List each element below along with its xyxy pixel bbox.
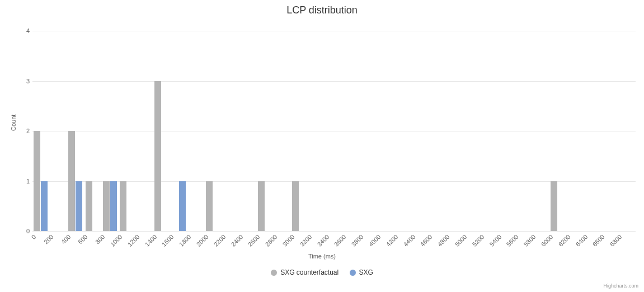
x-tick-label: 4600	[417, 233, 434, 250]
y-tick-label: 0	[7, 228, 30, 234]
legend-label: SXG	[359, 269, 373, 276]
x-tick-label: 5400	[486, 233, 502, 250]
x-tick-label: 6600	[589, 233, 606, 250]
y-tick-label: 1	[7, 178, 30, 185]
x-tick-label: 3400	[313, 233, 330, 250]
x-tick-label: 4800	[434, 233, 451, 250]
lcp-distribution-chart: LCP distribution Count Time (ms) 01234 0…	[0, 0, 644, 292]
x-tick-label: 1200	[124, 233, 141, 250]
bar-counterfactual[interactable]	[34, 131, 40, 231]
x-tick-label: 0	[21, 233, 37, 250]
y-tick-label: 4	[7, 27, 30, 34]
bar-counterfactual[interactable]	[154, 81, 161, 232]
x-tick-label: 2600	[245, 233, 261, 250]
bar-counterfactual[interactable]	[68, 131, 75, 231]
x-tick-label: 200	[38, 233, 55, 250]
bar-group	[32, 31, 636, 231]
legend-item-sxg[interactable]: SXG	[350, 269, 373, 276]
chart-title: LCP distribution	[0, 4, 644, 16]
x-tick-label: 1600	[158, 233, 175, 250]
x-tick-group: 0200400600800100012001400160018002000220…	[32, 232, 636, 251]
bar-counterfactual[interactable]	[292, 181, 299, 232]
bar-counterfactual[interactable]	[103, 181, 110, 232]
x-tick-label: 2000	[193, 233, 210, 250]
x-tick-label: 5000	[452, 233, 468, 250]
x-tick-label: 3200	[297, 233, 313, 250]
x-tick-label: 6400	[572, 233, 589, 250]
x-tick-label: 6800	[607, 233, 623, 250]
bar-sxg[interactable]	[41, 181, 48, 232]
x-tick-label: 6000	[538, 233, 554, 250]
x-axis-label: Time (ms)	[0, 253, 644, 260]
x-tick-label: 4000	[365, 233, 382, 250]
x-tick-label: 5800	[520, 233, 537, 250]
x-tick-label: 3000	[279, 233, 296, 250]
y-tick-label: 3	[7, 78, 30, 84]
x-tick-label: 400	[55, 233, 72, 250]
bar-counterfactual[interactable]	[551, 181, 557, 232]
x-tick-label: 3600	[331, 233, 347, 250]
credits-link[interactable]: Highcharts.com	[603, 283, 638, 289]
x-tick-label: 2800	[262, 233, 279, 250]
legend-label: SXG counterfactual	[280, 269, 339, 276]
bar-sxg[interactable]	[110, 181, 117, 232]
bar-counterfactual[interactable]	[86, 181, 92, 232]
x-tick-label: 1000	[107, 233, 124, 250]
bar-counterfactual[interactable]	[206, 181, 213, 232]
x-tick-label: 5600	[503, 233, 520, 250]
x-tick-label: 600	[72, 233, 89, 250]
x-tick-label: 4400	[399, 233, 416, 250]
bar-counterfactual[interactable]	[258, 181, 265, 232]
plot-area	[32, 31, 636, 231]
x-tick-label: 2200	[210, 233, 227, 250]
legend-item-counterfactual[interactable]: SXG counterfactual	[271, 269, 339, 276]
x-tick-label: 1400	[141, 233, 158, 250]
x-tick-label: 2400	[227, 233, 244, 250]
bar-counterfactual[interactable]	[120, 181, 126, 232]
bar-sxg[interactable]	[76, 181, 82, 232]
x-tick-label: 6200	[555, 233, 572, 250]
legend-swatch-icon	[271, 270, 277, 276]
bar-sxg[interactable]	[179, 181, 186, 232]
legend: SXG counterfactual SXG	[0, 269, 644, 277]
x-tick-label: 3800	[348, 233, 365, 250]
x-tick-label: 1800	[176, 233, 192, 250]
x-tick-label: 800	[90, 233, 106, 250]
gridline	[32, 231, 636, 232]
y-tick-label: 2	[7, 128, 30, 134]
legend-swatch-icon	[350, 270, 356, 276]
x-tick-label: 4200	[383, 233, 399, 250]
x-tick-label: 5200	[469, 233, 486, 250]
